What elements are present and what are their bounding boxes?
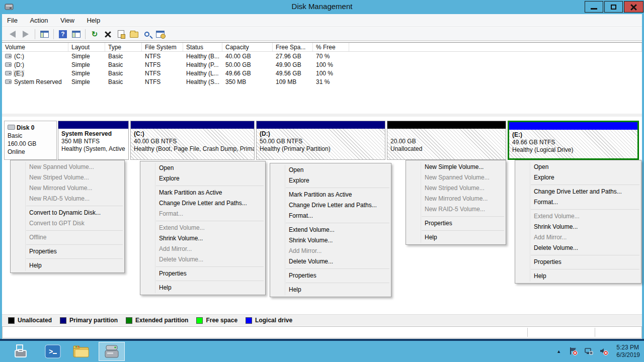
drive-icon <box>5 79 12 84</box>
menu-item[interactable]: Explore <box>270 175 391 186</box>
menu-item[interactable]: Extend Volume... <box>515 211 641 222</box>
legend-item: Free space <box>196 317 237 324</box>
menu-item[interactable]: Open <box>270 165 391 175</box>
column-header-status[interactable]: Status <box>183 43 222 51</box>
menu-item[interactable]: Offline <box>11 232 124 243</box>
minimize-button[interactable] <box>585 1 603 13</box>
menu-file[interactable]: File <box>2 14 23 27</box>
column-header-type[interactable]: Type <box>105 43 142 51</box>
table-row[interactable]: System Reserved Simple Basic NTFS Health… <box>2 77 642 86</box>
menu-item[interactable]: New Spanned Volume... <box>11 162 124 172</box>
open-folder-icon[interactable] <box>128 29 139 39</box>
menu-item[interactable]: New RAID-5 Volume... <box>406 204 506 215</box>
menu-item[interactable]: Add Mirror... <box>140 244 265 254</box>
show-console-tree-icon[interactable] <box>39 29 50 39</box>
powershell-icon[interactable]: > <box>44 343 61 359</box>
table-row[interactable]: (D:) Simple Basic NTFS Healthy (P... 50.… <box>2 60 642 69</box>
menu-item[interactable]: Explore <box>140 173 265 184</box>
partition-e[interactable]: (E:) 49.66 GB NTFS Healthy (Logical Driv… <box>508 121 639 160</box>
delete-icon[interactable] <box>102 29 113 39</box>
menu-item[interactable]: Help <box>406 232 506 243</box>
column-header-layout[interactable]: Layout <box>68 43 105 51</box>
menu-item[interactable]: Change Drive Letter and Paths... <box>270 200 391 211</box>
disk0-label-panel[interactable]: Disk 0 Basic 160.00 GB Online <box>4 121 57 160</box>
menu-item[interactable]: Explore <box>515 172 641 183</box>
table-row[interactable]: (C:) Simple Basic NTFS Healthy (B... 40.… <box>2 52 642 60</box>
menu-item[interactable]: Add Mirror... <box>270 246 391 256</box>
menu-item[interactable]: Shrink Volume... <box>270 235 391 246</box>
menu-separator <box>156 281 264 281</box>
action-center-flag-icon[interactable] <box>569 347 578 356</box>
partition-unallocated[interactable]: 20.00 GB Unallocated <box>387 121 506 160</box>
maximize-button[interactable] <box>604 1 623 13</box>
menu-item[interactable]: Delete Volume... <box>140 254 265 265</box>
menu-item[interactable]: Help <box>515 271 641 282</box>
menu-action[interactable]: Action <box>25 14 53 27</box>
server-manager-icon[interactable] <box>12 343 29 359</box>
partition-system-reserved[interactable]: System Reserved 350 MB NTFS Healthy (Sys… <box>58 121 129 160</box>
menu-item[interactable]: New Striped Volume... <box>406 183 506 194</box>
menu-item[interactable]: Mark Partition as Active <box>270 190 391 200</box>
back-icon[interactable] <box>7 29 18 39</box>
menu-item[interactable]: New Simple Volume... <box>406 162 506 172</box>
table-row[interactable]: (E:) Simple Basic NTFS Healthy (L... 49.… <box>2 69 642 77</box>
column-header-percentfree[interactable]: % Free <box>313 43 349 51</box>
show-hidden-icons-icon[interactable]: ▲ <box>556 349 561 354</box>
menu-item[interactable]: Extend Volume... <box>140 223 265 233</box>
menu-item[interactable]: Change Drive Letter and Paths... <box>140 198 265 209</box>
menu-item[interactable]: Mark Partition as Active <box>140 188 265 198</box>
menu-item[interactable]: Properties <box>11 246 124 257</box>
find-icon[interactable] <box>141 29 152 39</box>
menu-item[interactable]: Properties <box>270 270 391 281</box>
taskbar-clock[interactable]: 5:23 PM 6/3/2019 <box>616 344 640 359</box>
console-options-icon[interactable] <box>154 29 166 39</box>
forward-icon[interactable] <box>20 29 31 39</box>
column-header-capacity[interactable]: Capacity <box>222 43 273 51</box>
menu-item[interactable]: New Mirrored Volume... <box>11 183 124 194</box>
menu-item[interactable]: Help <box>140 283 265 293</box>
menu-view[interactable]: View <box>55 14 79 27</box>
menu-help[interactable]: Help <box>82 14 105 27</box>
menu-item[interactable]: Add Mirror... <box>515 232 641 243</box>
menu-item[interactable]: Help <box>270 285 391 295</box>
volume-capacity: 50.00 GB <box>222 61 273 68</box>
column-header-freespace[interactable]: Free Spa... <box>273 43 313 51</box>
menu-item[interactable]: Format... <box>140 209 265 219</box>
menu-item[interactable]: Shrink Volume... <box>140 233 265 244</box>
menu-item[interactable]: Format... <box>270 211 391 221</box>
menu-item[interactable]: Open <box>140 163 265 173</box>
menu-item[interactable]: Open <box>515 162 641 172</box>
column-header-empty <box>349 43 642 51</box>
partition-c[interactable]: (C:) 40.00 GB NTFS Healthy (Boot, Page F… <box>130 121 255 160</box>
menu-item[interactable]: Convert to Dynamic Disk... <box>11 208 124 218</box>
menu-item[interactable]: Properties <box>406 218 506 229</box>
menu-item[interactable]: New Spanned Volume... <box>406 172 506 183</box>
show-action-pane-icon[interactable] <box>70 29 82 39</box>
file-explorer-icon[interactable] <box>72 343 90 359</box>
legend-label: Logical drive <box>255 317 292 324</box>
menu-item[interactable]: Properties <box>140 268 265 279</box>
menu-item[interactable]: Help <box>11 260 124 271</box>
column-header-filesystem[interactable]: File System <box>142 43 183 51</box>
close-button[interactable] <box>624 1 643 13</box>
disk-management-taskbar-icon[interactable] <box>103 343 120 359</box>
partition-d[interactable]: (D:) 50.00 GB NTFS Healthy (Primary Part… <box>256 121 385 160</box>
menu-item[interactable]: Change Drive Letter and Paths... <box>515 187 641 197</box>
help-icon[interactable]: ? <box>57 29 68 39</box>
menu-item[interactable]: Extend Volume... <box>270 225 391 235</box>
column-header-volume[interactable]: Volume <box>2 43 68 51</box>
menu-item[interactable]: New RAID-5 Volume... <box>11 194 124 204</box>
menu-item[interactable]: New Mirrored Volume... <box>406 194 506 204</box>
volume-percentfree: 31 % <box>313 78 349 85</box>
volume-muted-icon[interactable] <box>599 347 608 356</box>
menu-item[interactable]: Delete Volume... <box>270 256 391 267</box>
menu-item[interactable]: Delete Volume... <box>515 243 641 253</box>
properties-icon[interactable] <box>115 29 126 39</box>
refresh-icon[interactable]: ↻ <box>89 29 100 39</box>
menu-item[interactable]: Shrink Volume... <box>515 222 641 232</box>
menu-item[interactable]: Convert to GPT Disk <box>11 218 124 229</box>
network-icon[interactable] <box>584 347 593 356</box>
menu-item[interactable]: New Striped Volume... <box>11 172 124 183</box>
menu-item[interactable]: Properties <box>515 257 641 267</box>
menu-item[interactable]: Format... <box>515 197 641 208</box>
